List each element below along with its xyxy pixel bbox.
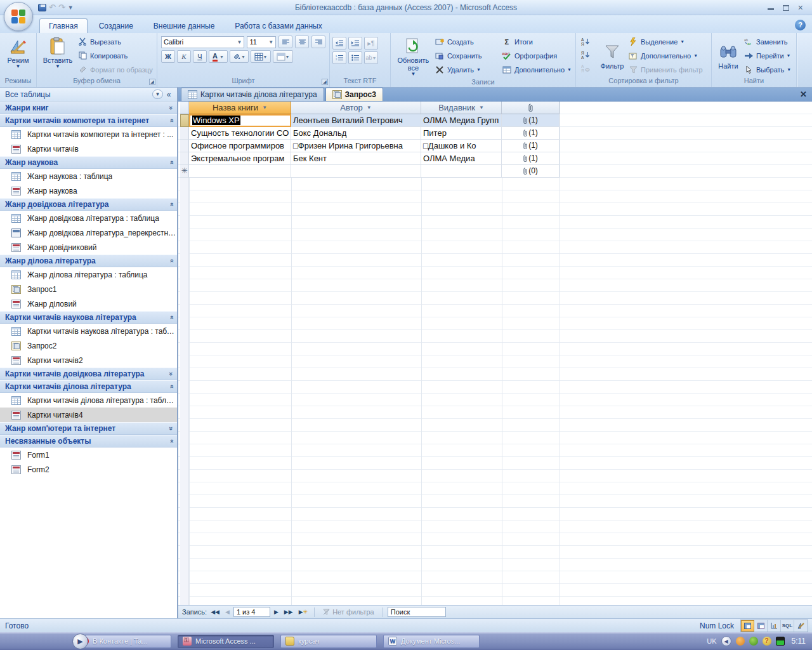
cell-author[interactable]: Бокс Дональд [291,127,421,140]
nav-group-dilova[interactable]: Жанр ділова література » [0,255,177,267]
clear-sort-button[interactable]: АЯ [579,62,593,74]
first-record-button[interactable]: ◀◀ [209,609,221,615]
copy-button[interactable]: Копировать [76,49,154,62]
tray-messenger-icon[interactable] [736,637,745,646]
cell-author[interactable]: Леонтьев Виталий Петрович [291,114,421,127]
cell-attachments[interactable]: (1) [502,140,560,152]
nav-item[interactable]: Жанр ділова література : таблица [0,267,177,282]
cell-publisher[interactable]: ОЛМА Медиа [421,152,502,165]
column-dropdown-icon[interactable]: ▼ [367,105,372,110]
nav-item[interactable]: Жанр наукова [0,183,177,198]
nav-item-selected[interactable]: Картки читачів4 [0,408,177,422]
tab-rabota-s-bazami[interactable]: Работа с базами данных [226,19,331,33]
datasheet-view-button[interactable] [741,620,754,632]
refresh-all-button[interactable]: Обновить все ▼ [393,35,433,77]
cell-attachments-empty[interactable]: (0) [502,165,560,178]
create-record-button[interactable]: ✱ Создать [433,35,501,48]
nav-item[interactable]: Картки читачів наукова література : табл… [0,324,177,338]
align-left-button[interactable] [278,36,292,48]
save-record-button[interactable]: Сохранить [433,49,501,62]
filter-button[interactable]: Фильтр [598,35,627,76]
spelling-button[interactable]: ABC Орфография [501,49,573,62]
record-position[interactable]: 1 из 4 [233,607,270,617]
nav-item[interactable]: Жанр діловий [0,296,177,311]
more-records-button[interactable]: Дополнительно ▼ [501,63,573,76]
nav-item[interactable]: Запрос2 [0,338,177,353]
nav-group-kartki-kompyuteri[interactable]: Картки читачів компютери та інтернет » [0,114,177,127]
design-view-button[interactable] [794,620,808,632]
font-color-button[interactable]: A▼ [209,50,228,63]
cell-publisher[interactable]: Питер [421,127,502,140]
goto-button[interactable]: Перейти ▼ [742,49,792,62]
increase-indent-button[interactable] [348,37,362,50]
cell-publisher[interactable]: ОЛМА Медиа Групп [421,114,502,127]
nav-group-zhanry-knig[interactable]: Жанри книг » [0,102,177,114]
doc-tab-kartki[interactable]: Картки читачів ділова література [181,88,324,101]
cell-title[interactable]: Сущность технологии СО [189,127,291,140]
close-document-icon[interactable]: ✕ [800,90,807,99]
nav-item[interactable]: Картки читачів компютери та інтернет : .… [0,127,177,142]
alternate-fill-button[interactable]: ▼ [273,50,293,63]
last-record-button[interactable]: ▶▶ [282,609,295,615]
cell-attachments[interactable]: (1) [502,127,560,140]
nav-pane-collapse-icon[interactable]: « [163,90,174,99]
nav-item[interactable]: Form1 [0,448,177,462]
nav-item[interactable]: Запрос1 [0,282,177,296]
cell-author[interactable]: □Фризен Ирина Григорьевна [291,140,421,152]
new-record-selector[interactable]: ✳ [180,165,189,178]
selection-filter-button[interactable]: Выделение ▼ [627,35,704,48]
view-button[interactable]: Режим ▼ [6,35,31,76]
nav-group-zhanr-kompyuteri[interactable]: Жанр комп'ютери та інтернет » [0,422,177,435]
row-selector-current[interactable] [180,114,189,127]
cell-author-empty[interactable] [291,165,421,178]
font-dialog-launcher-icon[interactable]: ◢ [322,79,328,85]
decrease-indent-button[interactable] [332,37,346,50]
taskbar-item-kursach[interactable]: курсач [280,635,377,648]
tray-antivirus-icon[interactable] [749,637,758,646]
nav-pane-menu-icon[interactable]: ▼ [152,90,163,99]
nav-item[interactable]: Жанр довідкова література_перекрестный [0,225,177,240]
sort-ascending-button[interactable]: АЯ [579,35,593,48]
select-all-cell[interactable] [180,102,189,114]
nav-item[interactable]: Жанр довідкова література : таблица [0,211,177,225]
clipboard-dialog-launcher-icon[interactable]: ◢ [149,79,155,85]
nav-group-dovidkova[interactable]: Жанр довідкова література » [0,198,177,211]
bold-button[interactable]: Ж [161,50,175,63]
taskbar-item-word[interactable]: W Документ Micros... [383,635,480,648]
align-right-button[interactable] [311,36,325,48]
row-selector[interactable] [180,140,189,152]
totals-button[interactable]: Σ Итоги [501,35,573,48]
numbered-list-button[interactable]: 12 [332,51,346,64]
row-selector[interactable] [180,127,189,140]
tray-question-icon[interactable]: ? [763,637,771,646]
bullet-list-button[interactable] [348,51,362,64]
tab-sozdanie[interactable]: Создание [90,19,142,33]
font-size-select[interactable]: 11▼ [247,36,276,48]
cell-title[interactable]: Экстремальное програм [189,152,291,165]
hide-tray-icons-button[interactable]: ◀ [721,636,731,646]
tab-glavnaya[interactable]: Главная [39,18,88,33]
cell-title-empty[interactable] [189,165,291,178]
underline-button[interactable]: Ч [193,50,207,63]
align-center-button[interactable] [295,36,309,48]
row-selector[interactable] [180,152,189,165]
column-dropdown-icon[interactable]: ▼ [262,105,267,110]
previous-record-button[interactable]: ◀ [223,609,232,615]
highlight-button[interactable]: ab▼ [364,51,378,64]
advanced-filter-button[interactable]: Дополнительно ▼ [627,49,704,62]
help-icon[interactable]: ? [795,20,806,30]
doc-tab-zapros3[interactable]: Запрос3 [325,88,383,101]
cut-button[interactable]: Вырезать [76,35,154,48]
cell-author[interactable]: Бек Кент [291,152,421,165]
column-header-author[interactable]: Автор ▼ [291,102,421,114]
fill-color-button[interactable]: ▼ [230,50,249,63]
find-button[interactable]: Найти [714,35,742,76]
nav-group-kartki-dilova[interactable]: Картки читачів ділова література » [0,380,177,393]
office-button[interactable] [4,2,33,31]
nav-item[interactable]: Жанр наукова : таблица [0,169,177,183]
language-indicator[interactable]: UK [707,637,716,645]
column-header-publisher[interactable]: Видавник ▼ [421,102,502,114]
font-family-select[interactable]: Calibri▼ [161,36,244,48]
nav-group-zhanr-naukova[interactable]: Жанр наукова » [0,156,177,169]
nav-pane-header[interactable]: Все таблицы ▼ « [0,88,177,102]
